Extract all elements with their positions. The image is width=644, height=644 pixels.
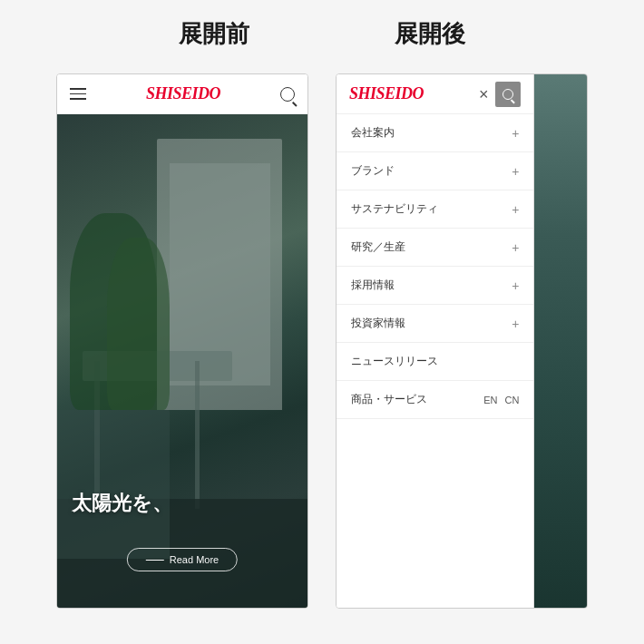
- read-more-line: [146, 560, 164, 561]
- building-background: [57, 114, 307, 608]
- right-header: SHISEIDO ×: [337, 74, 533, 114]
- menu-item-products[interactable]: 商品・サービス EN CN: [337, 381, 533, 419]
- menu-item-label-3: 研究／生産: [351, 239, 405, 255]
- expand-icon-2: +: [512, 202, 519, 217]
- shiseido-logo-left: SHISEIDO: [146, 84, 220, 103]
- menu-item-label-4: 採用情報: [351, 278, 395, 293]
- menu-item-label-1: ブランド: [351, 163, 395, 179]
- read-more-label: Read More: [170, 554, 219, 565]
- expand-icon-1: +: [512, 164, 519, 179]
- hamburger-line-1: [70, 88, 86, 90]
- left-header: SHISEIDO: [57, 74, 307, 114]
- overlay-side-panel: [534, 74, 587, 608]
- menu-search-icon: [503, 89, 513, 100]
- expand-icon-0: +: [512, 126, 519, 141]
- menu-item-label-6: ニュースリリース: [351, 354, 438, 369]
- menu-item-label-0: 会社案内: [351, 125, 395, 141]
- before-title: 展開前: [179, 18, 249, 50]
- hamburger-line-3: [70, 98, 86, 100]
- phone-before: SHISEIDO: [56, 73, 308, 609]
- expand-icon-4: +: [512, 278, 519, 293]
- menu-item-label-5: 投資家情報: [351, 316, 405, 331]
- menu-item-label-7: 商品・サービス: [351, 392, 427, 407]
- menu-item-sustainability[interactable]: サステナビリティ +: [337, 190, 533, 229]
- lang-options: EN CN: [483, 395, 519, 405]
- menu-item-brand[interactable]: ブランド +: [337, 152, 533, 190]
- search-icon-left[interactable]: [280, 87, 295, 102]
- menu-item-research[interactable]: 研究／生産 +: [337, 229, 533, 267]
- close-button[interactable]: ×: [479, 86, 489, 102]
- menu-item-company[interactable]: 会社案内 +: [337, 114, 533, 152]
- hero-text: 太陽光を、: [72, 490, 172, 517]
- phone-after: SHISEIDO × 会社案内 + ブランド +: [336, 73, 588, 609]
- after-title: 展開後: [395, 18, 465, 50]
- menu-panel: SHISEIDO × 会社案内 + ブランド +: [337, 74, 534, 608]
- menu-item-news[interactable]: ニュースリリース: [337, 343, 533, 381]
- hamburger-button[interactable]: [70, 88, 86, 100]
- menu-item-investors[interactable]: 投資家情報 +: [337, 305, 533, 343]
- read-more-button[interactable]: Read More: [127, 548, 238, 571]
- expand-icon-5: +: [512, 317, 519, 331]
- shiseido-logo-right: SHISEIDO: [349, 84, 424, 103]
- menu-items-list: 会社案内 + ブランド + サステナビリティ + 研究／生産 +: [337, 114, 533, 608]
- menu-item-label-2: サステナビリティ: [351, 201, 438, 217]
- hero-image-area: 太陽光を、 Read More: [57, 114, 307, 608]
- menu-search-button[interactable]: [495, 82, 521, 107]
- expand-icon-3: +: [512, 240, 519, 255]
- menu-item-careers[interactable]: 採用情報 +: [337, 267, 533, 305]
- lang-cn[interactable]: CN: [505, 395, 520, 405]
- hamburger-line-2: [70, 93, 86, 95]
- lang-en[interactable]: EN: [483, 395, 497, 405]
